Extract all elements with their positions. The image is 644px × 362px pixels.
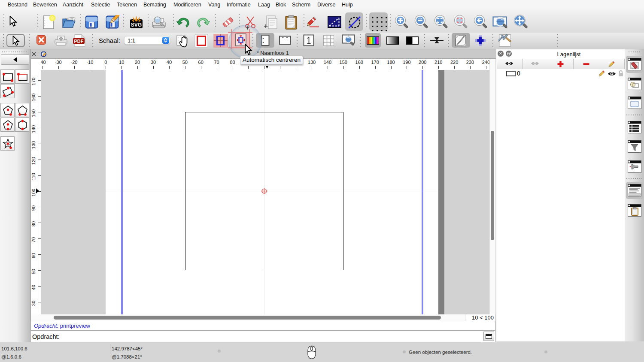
- svg-text:SVG: SVG: [131, 22, 142, 28]
- svg-text:PDF: PDF: [74, 39, 84, 44]
